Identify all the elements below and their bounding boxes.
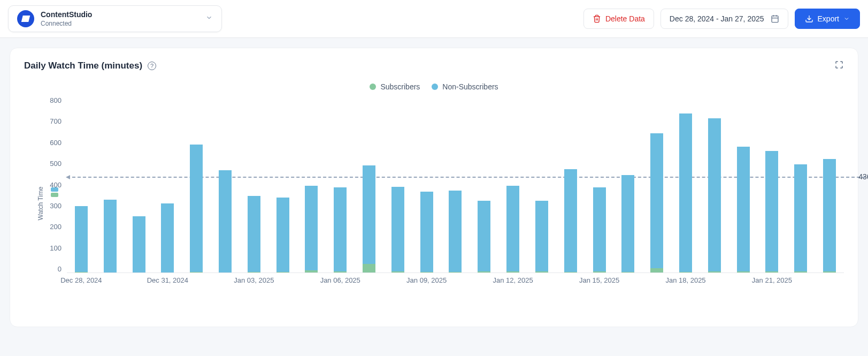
chart-wrap: Watch Time 8007006005004003002001000 436… [24, 96, 844, 310]
y-tick: 200 [50, 223, 62, 231]
y-tick: 0 [58, 265, 62, 273]
bar-subscribers [420, 272, 433, 272]
bar-group[interactable] [700, 118, 729, 272]
x-tick: Jan 18, 2025 [665, 276, 705, 284]
bar-group[interactable] [326, 187, 355, 272]
bars-area: 436.96 [67, 96, 844, 273]
bar-group[interactable] [556, 169, 585, 272]
bar-group[interactable] [182, 145, 211, 272]
bar-group[interactable] [613, 175, 642, 272]
bar-subscribers [506, 271, 519, 272]
bar-nonsubscribers [75, 206, 88, 272]
bar-group[interactable] [153, 203, 182, 272]
calendar-icon [771, 14, 779, 23]
legend-dot-nonsubscribers [432, 84, 438, 90]
average-label: 436.96 [858, 172, 868, 181]
account-name: ContentStudio [41, 10, 92, 19]
bar-subscribers [765, 271, 778, 272]
legend-dot-subscribers [370, 84, 376, 90]
chevron-down-icon [205, 14, 213, 24]
bar-group[interactable] [470, 201, 498, 272]
y-tick: 100 [50, 244, 62, 252]
x-tick: Jan 21, 2025 [752, 276, 792, 284]
bar-nonsubscribers [535, 201, 548, 271]
y-tick: 600 [50, 139, 62, 147]
trash-icon [593, 14, 601, 23]
header-actions: Delete Data Dec 28, 2024 - Jan 27, 2025 … [583, 9, 860, 29]
bar-subscribers [190, 272, 203, 272]
expand-icon[interactable] [834, 60, 844, 72]
chart-legend: Subscribers Non-Subscribers [24, 82, 844, 91]
legend-item-subscribers[interactable]: Subscribers [370, 82, 420, 91]
card-header: Daily Watch Time (minutes) ? [24, 60, 844, 72]
bar-group[interactable] [729, 147, 758, 272]
svg-rect-0 [772, 16, 778, 22]
bar-group[interactable] [96, 200, 125, 272]
bar-nonsubscribers [420, 192, 433, 272]
bar-subscribers [737, 271, 750, 272]
bar-subscribers [794, 271, 807, 272]
bar-subscribers [621, 272, 634, 272]
bar-group[interactable] [211, 170, 240, 272]
bar-group[interactable] [441, 191, 470, 272]
bar-subscribers [391, 271, 404, 272]
bar-group[interactable] [125, 216, 153, 272]
bar-group[interactable] [355, 165, 383, 272]
legend-item-nonsubscribers[interactable]: Non-Subscribers [432, 82, 498, 91]
bar-group[interactable] [498, 186, 527, 272]
content-wrap: Daily Watch Time (minutes) ? Subscribers… [0, 38, 868, 337]
bar-group[interactable] [527, 201, 556, 272]
bar-group[interactable] [758, 151, 787, 272]
bar-group[interactable] [268, 198, 297, 272]
bar-nonsubscribers [621, 175, 634, 272]
bar-group[interactable] [240, 196, 268, 272]
bar-group[interactable] [383, 187, 412, 272]
delete-label: Delete Data [605, 14, 645, 23]
info-icon[interactable]: ? [148, 62, 156, 70]
y-tick: 500 [50, 160, 62, 168]
account-status: Connected [41, 20, 92, 27]
bar-group[interactable] [786, 164, 815, 272]
bar-group[interactable] [815, 159, 844, 272]
brand-icon [17, 10, 34, 27]
legend-label-nonsubscribers: Non-Subscribers [442, 82, 498, 91]
bar-nonsubscribers [506, 186, 519, 271]
bar-nonsubscribers [219, 170, 232, 272]
header-bar: ContentStudio Connected Delete Data Dec … [0, 0, 868, 38]
export-label: Export [818, 14, 839, 23]
bar-subscribers [708, 271, 721, 272]
bar-nonsubscribers [650, 133, 663, 268]
bar-nonsubscribers [133, 216, 145, 272]
plot-area: 436.96 Dec 28, 2024Dec 31, 2024Jan 03, 2… [67, 96, 844, 289]
bar-nonsubscribers [161, 203, 174, 272]
download-icon [805, 14, 813, 23]
delete-data-button[interactable]: Delete Data [583, 9, 654, 29]
bar-nonsubscribers [190, 145, 203, 272]
bar-subscribers [650, 268, 663, 272]
bar-group[interactable] [642, 133, 671, 272]
bar-nonsubscribers [679, 113, 692, 272]
bar-group[interactable] [67, 206, 96, 272]
bar-group[interactable] [412, 192, 441, 272]
bar-subscribers [276, 272, 289, 272]
export-button[interactable]: Export [795, 9, 860, 29]
bar-group[interactable] [585, 187, 614, 272]
bar-subscribers [334, 271, 347, 272]
bar-subscribers [248, 272, 260, 272]
account-selector[interactable]: ContentStudio Connected [8, 5, 222, 32]
bar-subscribers [593, 271, 606, 272]
bar-group[interactable] [297, 186, 326, 272]
bar-nonsubscribers [708, 118, 721, 271]
x-tick: Jan 09, 2025 [406, 276, 447, 284]
bar-subscribers [679, 272, 692, 272]
bar-nonsubscribers [737, 147, 750, 271]
x-tick: Dec 31, 2024 [147, 276, 188, 284]
bar-subscribers [363, 264, 375, 273]
y-tick: 800 [50, 96, 62, 104]
bar-nonsubscribers [104, 200, 117, 272]
bar-nonsubscribers [363, 165, 375, 264]
bar-group[interactable] [671, 113, 700, 272]
chart-card: Daily Watch Time (minutes) ? Subscribers… [10, 48, 858, 327]
x-tick: Jan 15, 2025 [579, 276, 619, 284]
date-range-picker[interactable]: Dec 28, 2024 - Jan 27, 2025 [660, 9, 788, 29]
